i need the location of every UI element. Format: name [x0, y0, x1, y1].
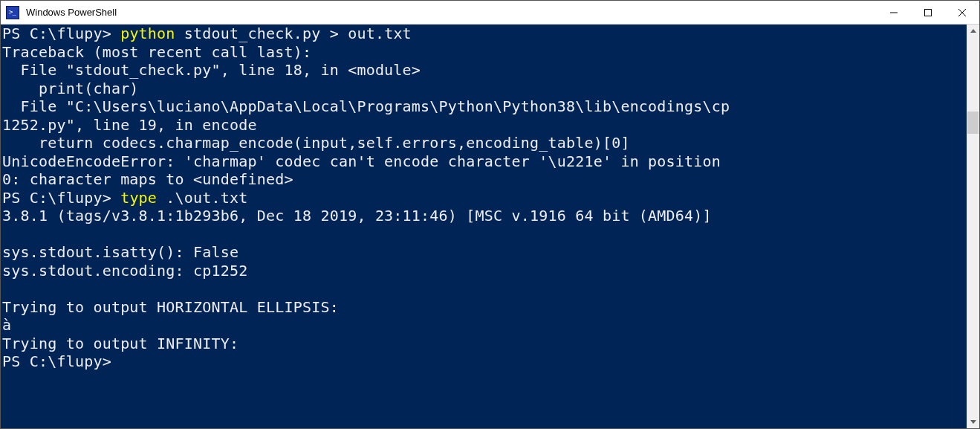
terminal-line: UnicodeEncodeError: 'charmap' codec can'… [2, 152, 965, 171]
client-area: PS C:\flupy> python stdout_check.py > ou… [1, 25, 979, 428]
terminal-segment: PS C:\flupy> [2, 352, 111, 370]
terminal-segment: File "C:\Users\luciano\AppData\Local\Pro… [2, 97, 730, 115]
terminal-segment: print(char) [2, 80, 139, 97]
svg-rect-1 [925, 9, 932, 16]
terminal-line: print(char) [2, 80, 965, 98]
terminal-line: 1252.py", line 19, in encode [2, 116, 965, 135]
terminal-segment: type [120, 189, 166, 207]
terminal-segment: PS C:\flupy> [2, 25, 120, 42]
terminal-line: PS C:\flupy> type .\out.txt [2, 189, 965, 207]
terminal-line: File "stdout_check.py", line 18, in <mod… [2, 61, 965, 80]
svg-marker-5 [970, 420, 976, 424]
scroll-down-icon [970, 420, 976, 424]
maximize-icon [924, 9, 932, 16]
terminal-segment: sys.stdout.isatty(): False [2, 243, 238, 261]
scroll-track[interactable] [967, 37, 979, 416]
terminal-segment: à [2, 316, 11, 334]
terminal-line: Trying to output HORIZONTAL ELLIPSIS: [2, 298, 965, 317]
terminal-segment: PS C:\flupy> [2, 189, 120, 207]
terminal-line: File "C:\Users\luciano\AppData\Local\Pro… [2, 97, 965, 116]
terminal-line: sys.stdout.isatty(): False [2, 243, 965, 262]
terminal-line: PS C:\flupy> python stdout_check.py > ou… [2, 25, 965, 43]
terminal-line [2, 225, 965, 244]
terminal-segment: Traceback (most recent call last): [2, 43, 311, 61]
terminal-segment: Trying to output HORIZONTAL ELLIPSIS: [2, 298, 339, 316]
terminal-segment: stdout_check.py > out.txt [175, 25, 412, 42]
terminal-segment: File "stdout_check.py", line 18, in <mod… [2, 61, 421, 79]
vertical-scrollbar[interactable] [967, 25, 979, 428]
powershell-icon [6, 6, 19, 19]
close-icon [958, 9, 966, 16]
terminal-line: à [2, 316, 965, 335]
terminal-line: 0: character maps to <undefined> [2, 170, 965, 189]
scroll-up-button[interactable] [967, 25, 979, 37]
svg-marker-4 [970, 29, 976, 33]
terminal-output[interactable]: PS C:\flupy> python stdout_check.py > ou… [1, 25, 967, 428]
titlebar[interactable]: Windows PowerShell [1, 1, 979, 25]
scroll-down-button[interactable] [967, 416, 979, 428]
terminal-segment: UnicodeEncodeError: 'charmap' codec can'… [2, 152, 730, 170]
powershell-window: Windows PowerShell PS C:\flupy> python s… [0, 0, 980, 429]
terminal-segment: 0: character maps to <undefined> [2, 170, 293, 188]
window-controls [877, 1, 979, 24]
close-button[interactable] [945, 1, 979, 24]
terminal-segment: 1252.py", line 19, in encode [2, 116, 257, 134]
terminal-segment: Trying to output INFINITY: [2, 335, 238, 352]
terminal-line: return codecs.charmap_encode(input,self.… [2, 134, 965, 152]
terminal-line: Traceback (most recent call last): [2, 43, 965, 62]
maximize-button[interactable] [911, 1, 945, 24]
terminal-line: PS C:\flupy> [2, 352, 965, 371]
terminal-line [2, 280, 965, 298]
terminal-segment: .\out.txt [166, 189, 247, 207]
terminal-segment: return codecs.charmap_encode(input,self.… [2, 134, 630, 152]
app-icon [1, 1, 25, 25]
terminal-segment: python [120, 25, 175, 42]
minimize-icon [890, 9, 898, 16]
terminal-segment: 3.8.1 (tags/v3.8.1:1b293b6, Dec 18 2019,… [2, 207, 712, 225]
window-title: Windows PowerShell [25, 7, 877, 18]
terminal-line: sys.stdout.encoding: cp1252 [2, 262, 965, 280]
scroll-thumb[interactable] [967, 112, 979, 134]
terminal-line: Trying to output INFINITY: [2, 335, 965, 353]
terminal-line: 3.8.1 (tags/v3.8.1:1b293b6, Dec 18 2019,… [2, 207, 965, 225]
scroll-up-icon [970, 29, 976, 33]
minimize-button[interactable] [877, 1, 911, 24]
terminal-segment: sys.stdout.encoding: cp1252 [2, 262, 248, 280]
